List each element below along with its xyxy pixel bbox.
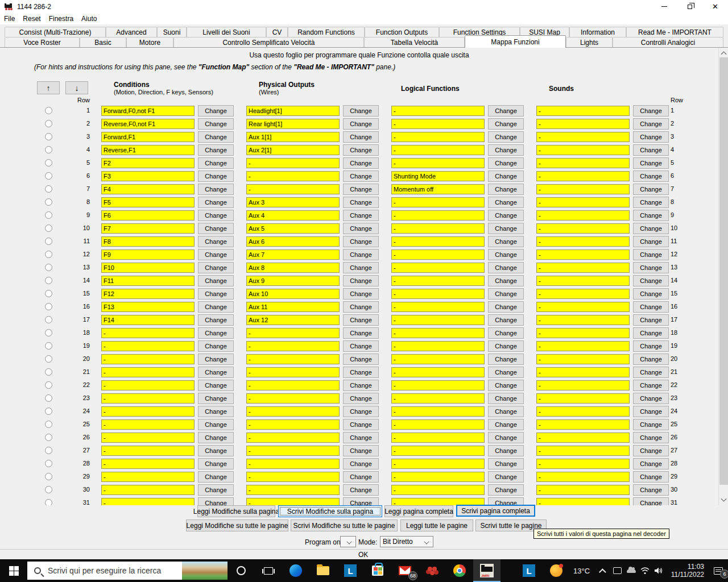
sound-change-button[interactable]: Change [633, 249, 669, 260]
row-select-radio[interactable] [45, 251, 52, 258]
condition-change-button[interactable]: Change [198, 406, 234, 417]
logical-change-button[interactable]: Change [488, 144, 524, 156]
row-select-radio[interactable] [45, 133, 52, 140]
close-button[interactable]: ✕ [702, 0, 728, 13]
output-change-button[interactable]: Change [343, 118, 379, 130]
row-select-radio[interactable] [45, 368, 52, 376]
output-change-button[interactable]: Change [343, 340, 379, 352]
row-select-radio[interactable] [45, 460, 52, 467]
condition-change-button[interactable]: Change [198, 314, 234, 326]
row-select-radio[interactable] [45, 277, 52, 284]
logical-change-button[interactable]: Change [488, 275, 524, 286]
weather-temperature[interactable]: 13°C [573, 567, 590, 575]
logical-change-button[interactable]: Change [488, 249, 524, 260]
tab-lights[interactable]: Lights [566, 37, 613, 48]
restore-button[interactable] [677, 0, 702, 13]
logical-change-button[interactable]: Change [488, 236, 524, 247]
tab-controlli-analogici[interactable]: Controlli Analogici [613, 37, 723, 48]
write-changes-page-button[interactable]: Scrivi Modifiche sulla pagina [278, 505, 382, 517]
taskbar-clock[interactable]: 11:03 11/11/2022 [665, 563, 709, 579]
vertical-scrollbar[interactable] [718, 48, 728, 505]
row-select-radio[interactable] [45, 434, 52, 441]
logical-change-button[interactable]: Change [488, 157, 524, 169]
tab-advanced[interactable]: Advanced [106, 27, 157, 37]
output-change-button[interactable]: Change [343, 275, 379, 286]
condition-change-button[interactable]: Change [198, 301, 234, 313]
condition-change-button[interactable]: Change [198, 445, 234, 456]
output-change-button[interactable]: Change [343, 105, 379, 117]
logical-change-button[interactable]: Change [488, 497, 524, 505]
tab-consist[interactable]: Consist (Multi-Trazione) [5, 27, 106, 37]
sound-change-button[interactable]: Change [633, 380, 669, 391]
output-change-button[interactable]: Change [343, 406, 379, 417]
sound-change-button[interactable]: Change [633, 406, 669, 417]
output-change-button[interactable]: Change [343, 171, 379, 182]
logical-change-button[interactable]: Change [488, 445, 524, 456]
row-select-radio[interactable] [45, 159, 52, 167]
action-center-button[interactable]: 6 [709, 559, 728, 582]
sound-change-button[interactable]: Change [633, 184, 669, 195]
sound-change-button[interactable]: Change [633, 262, 669, 273]
row-select-radio[interactable] [45, 408, 52, 415]
output-change-button[interactable]: Change [343, 367, 379, 378]
condition-change-button[interactable]: Change [198, 210, 234, 221]
row-select-radio[interactable] [45, 394, 52, 402]
sound-change-button[interactable]: Change [633, 471, 669, 483]
logical-change-button[interactable]: Change [488, 171, 524, 182]
output-change-button[interactable]: Change [343, 197, 379, 208]
output-change-button[interactable]: Change [343, 236, 379, 247]
output-change-button[interactable]: Change [343, 223, 379, 234]
condition-change-button[interactable]: Change [198, 393, 234, 404]
output-change-button[interactable]: Change [343, 458, 379, 469]
sound-change-button[interactable]: Change [633, 171, 669, 182]
condition-change-button[interactable]: Change [198, 275, 234, 286]
menu-finestra[interactable]: Finestra [45, 13, 77, 25]
sound-change-button[interactable]: Change [633, 131, 669, 143]
condition-change-button[interactable]: Change [198, 131, 234, 143]
condition-change-button[interactable]: Change [198, 144, 234, 156]
volume-tray-button[interactable] [652, 559, 665, 582]
tab-motore[interactable]: Motore [126, 37, 173, 48]
sound-change-button[interactable]: Change [633, 367, 669, 378]
tab-voce-roster[interactable]: Voce Roster [5, 37, 80, 48]
logical-change-button[interactable]: Change [488, 327, 524, 339]
logical-change-button[interactable]: Change [488, 118, 524, 130]
sound-change-button[interactable]: Change [633, 118, 669, 130]
file-explorer-taskbar-button[interactable] [309, 559, 337, 582]
row-select-radio[interactable] [45, 342, 52, 350]
condition-change-button[interactable]: Change [198, 105, 234, 117]
move-row-up-button[interactable]: ↑ [37, 81, 60, 94]
logical-change-button[interactable]: Change [488, 262, 524, 273]
output-change-button[interactable]: Change [343, 314, 379, 326]
sound-change-button[interactable]: Change [633, 223, 669, 234]
sound-change-button[interactable]: Change [633, 157, 669, 169]
move-row-down-button[interactable]: ↓ [65, 81, 88, 94]
condition-change-button[interactable]: Change [198, 249, 234, 260]
menu-aiuto[interactable]: Aiuto [77, 13, 101, 25]
tab-function-outputs[interactable]: Function Outputs [365, 27, 439, 37]
write-changes-all-pages-button[interactable]: Scrivi Modifiche su tutte le pagine [291, 519, 398, 531]
row-select-radio[interactable] [45, 107, 52, 114]
sound-change-button[interactable]: Change [633, 497, 669, 505]
condition-change-button[interactable]: Change [198, 471, 234, 483]
row-select-radio[interactable] [45, 499, 52, 505]
condition-change-button[interactable]: Change [198, 367, 234, 378]
tab-livelli-suoni[interactable]: Livelli dei Suoni [187, 27, 266, 37]
condition-change-button[interactable]: Change [198, 327, 234, 339]
output-change-button[interactable]: Change [343, 301, 379, 313]
task-view-button[interactable] [255, 559, 282, 582]
condition-change-button[interactable]: Change [198, 236, 234, 247]
edge-taskbar-button[interactable] [282, 559, 309, 582]
row-select-radio[interactable] [45, 172, 52, 180]
scroll-up-arrow[interactable] [719, 48, 728, 57]
sound-change-button[interactable]: Change [633, 340, 669, 352]
cortana-button[interactable] [228, 559, 255, 582]
condition-change-button[interactable]: Change [198, 432, 234, 443]
logical-change-button[interactable]: Change [488, 458, 524, 469]
output-change-button[interactable]: Change [343, 249, 379, 260]
condition-change-button[interactable]: Change [198, 458, 234, 469]
output-change-button[interactable]: Change [343, 354, 379, 365]
condition-change-button[interactable]: Change [198, 157, 234, 169]
onedrive-tray-button[interactable] [624, 559, 638, 582]
sound-change-button[interactable]: Change [633, 105, 669, 117]
